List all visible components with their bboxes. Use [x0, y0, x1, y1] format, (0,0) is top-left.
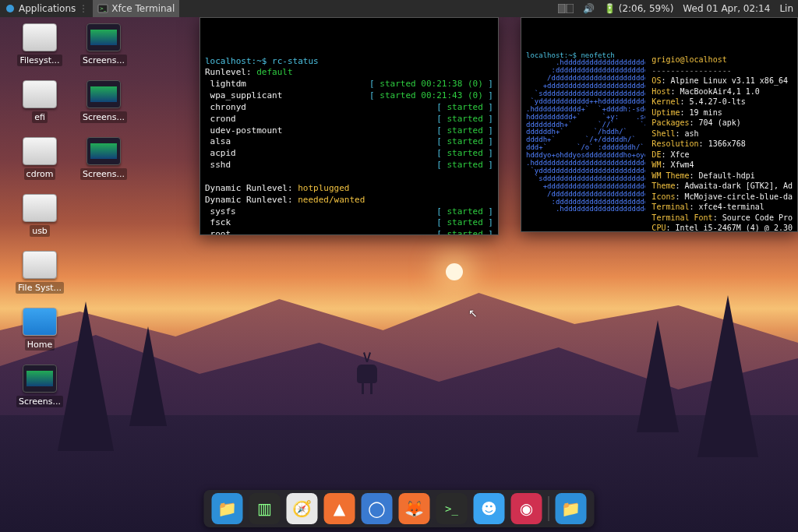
user-menu[interactable]: Lin [775, 0, 798, 17]
user-text: Lin [779, 3, 793, 14]
desktop-icon-filesyst[interactable]: File Syst... [9, 251, 70, 294]
disk-icon [23, 137, 57, 165]
service-row: sysfs[ started ] [205, 206, 493, 218]
desktop-icon-home[interactable]: Home [9, 308, 70, 351]
neofetch-row: Terminal Font: Source Code Pro [651, 213, 793, 224]
desktop-icon-efi[interactable]: efi [9, 80, 70, 123]
applications-label: Applications [19, 3, 76, 14]
desktop-icon-label: usb [30, 225, 50, 237]
taskbar-item-label: Xfce Terminal [111, 3, 175, 14]
htop-icon: ▥ [257, 499, 272, 518]
terminal-icon: >_ [97, 3, 108, 14]
clock-applet[interactable]: Wed 01 Apr, 02:14 [678, 0, 775, 17]
svg-rect-4 [567, 4, 574, 13]
terminal-window-neofetch[interactable]: localhost:~$ neofetch .hdddddddddddddddd… [521, 17, 798, 232]
service-row: chronyd[ started ] [205, 102, 493, 114]
desktop-icon-label: Screens... [16, 396, 63, 407]
wallpaper-tree [129, 326, 167, 426]
mouse-cursor: ↖ [468, 307, 478, 319]
desktop-icon-label: efi [32, 111, 48, 123]
vlc-icon: ▲ [334, 499, 345, 518]
service-row: wpa_supplicant[ started 00:21:43 (0) ] [205, 90, 493, 102]
desktop-icon-screens[interactable]: Screens... [73, 23, 134, 66]
terminal-body[interactable]: localhost:~$ rc-status Runlevel: default… [200, 41, 498, 235]
applications-menu[interactable]: Applications ⋮ [0, 0, 93, 17]
desktop-icon-cdrom[interactable]: cdrom [9, 137, 70, 180]
desktop-icon-label: File Syst... [16, 282, 64, 294]
svg-text:>_: >_ [100, 5, 107, 12]
service-row: crond[ started ] [205, 114, 493, 125]
desktop-icon-label: Screens... [80, 111, 127, 123]
finder-icon: ☻ [481, 499, 497, 518]
files-icon: 📁 [217, 499, 237, 518]
wallpaper-tree [697, 295, 758, 457]
dock-item-files[interactable]: 📁 [212, 493, 243, 524]
dock-item-screenshot[interactable]: ◉ [511, 493, 542, 524]
dock-item-htop[interactable]: ▥ [249, 493, 281, 524]
dock-item-firefox[interactable]: 🦊 [399, 493, 430, 524]
service-row: udev-postmount[ started ] [205, 125, 493, 137]
xfce-icon [5, 3, 16, 14]
chromium-icon: ◯ [368, 499, 385, 518]
desktop-icon-screens[interactable]: Screens... [73, 137, 134, 180]
service-row: fsck[ started ] [205, 217, 493, 229]
desktop-icon-grid: Filesyst...Screens...efiScreens...cdromS… [9, 23, 134, 407]
dock-item-chromium[interactable]: ◯ [362, 493, 393, 524]
neofetch-row: Uptime: 19 mins [651, 107, 793, 118]
desktop-icon-screens[interactable]: Screens... [9, 365, 70, 407]
dock-item-vlc[interactable]: ▲ [324, 493, 355, 524]
clock-text: Wed 01 Apr, 02:14 [683, 3, 770, 14]
neofetch-row: Kernel: 5.4.27-0-lts [651, 97, 793, 107]
menu-separator: ⋮ [79, 3, 88, 14]
terminal-window-rcstatus[interactable]: localhost:~$ rc-status Runlevel: default… [200, 17, 499, 235]
desktop-icon-label: Screens... [80, 55, 127, 66]
wallpaper-deer [343, 343, 390, 397]
neofetch-row: Terminal: xfce4-terminal [651, 202, 793, 213]
neofetch-row: Shell: ash [651, 129, 793, 139]
desktop-icon-screens[interactable]: Screens... [73, 80, 134, 123]
neofetch-row: Resolution: 1366x768 [651, 139, 793, 150]
desktop-icon-usb[interactable]: usb [9, 194, 70, 237]
dock-item-terminal[interactable]: >_ [436, 493, 468, 524]
desktop-icon-filesyst[interactable]: Filesyst... [9, 23, 70, 66]
neofetch-row: Packages: 704 (apk) [651, 118, 793, 129]
neofetch-row: Host: MacBookAir4,1 1.0 [651, 86, 793, 97]
taskbar-item-terminal[interactable]: >_ Xfce Terminal [93, 0, 179, 17]
screenshot-icon [87, 137, 121, 165]
disk-icon [23, 251, 57, 279]
neofetch-row: Theme: Adwaita-dark [GTK2], Ad [651, 181, 793, 192]
workspace-switcher[interactable] [553, 0, 578, 17]
desktop-icon-label: cdrom [24, 168, 56, 180]
wallpaper-sun [446, 263, 463, 280]
downloads-icon: 📁 [561, 499, 581, 518]
wallpaper-tree [637, 320, 679, 432]
neofetch-row: WM Theme: Default-hdpi [651, 171, 793, 181]
neofetch-info: grigio@localhost ----------------- OS: A… [651, 44, 793, 232]
dock-item-downloads[interactable]: 📁 [556, 493, 587, 524]
disk-icon [23, 23, 57, 51]
service-row: sshd[ started ] [205, 160, 493, 171]
neofetch-row: OS: Alpine Linux v3.11 x86_64 [651, 76, 793, 86]
battery-applet[interactable]: 🔋 (2:06, 59%) [599, 0, 679, 17]
prompt-line: localhost:~$ rc-status [205, 56, 319, 66]
neofetch-userhost: grigio@localhost [651, 55, 726, 64]
disk-icon [23, 80, 57, 108]
service-row: alsa[ started ] [205, 136, 493, 148]
desktop-icon-label: Screens... [80, 168, 127, 180]
screenshot-icon: ◉ [520, 499, 533, 518]
service-row: acpid[ started ] [205, 148, 493, 160]
terminal-body[interactable]: localhost:~$ neofetch .hdddddddddddddddd… [521, 41, 797, 232]
terminal-icon: >_ [445, 502, 458, 515]
dock-item-safari[interactable]: 🧭 [287, 493, 318, 524]
dock-item-finder[interactable]: ☻ [474, 493, 505, 524]
screenshot-icon [23, 365, 57, 393]
battery-text: (2:06, 59%) [619, 3, 674, 14]
svg-point-0 [6, 5, 14, 12]
neofetch-row: WM: Xfwm4 [651, 160, 793, 171]
volume-applet[interactable]: 🔊 [578, 0, 599, 17]
neofetch-ascii-art: localhost:~$ neofetch .hdddddddddddddddd… [526, 44, 645, 232]
firefox-icon: 🦊 [404, 499, 424, 518]
safari-icon: 🧭 [292, 499, 312, 518]
dock: 📁▥🧭▲◯🦊>_☻◉📁 [204, 490, 595, 527]
service-row: lightdm[ started 00:21:38 (0) ] [205, 79, 493, 90]
